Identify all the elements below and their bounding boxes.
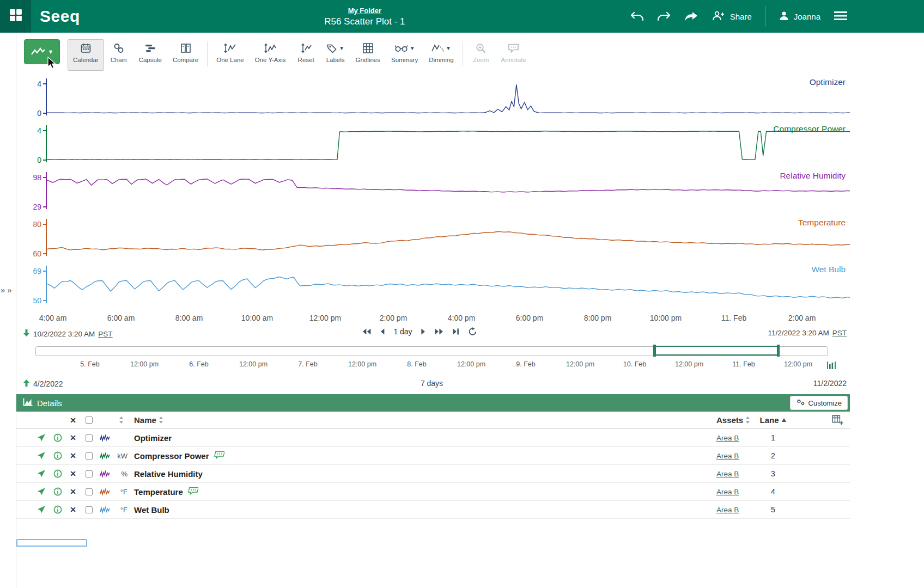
info-icon[interactable] (50, 469, 65, 478)
range-end-timezone-link[interactable]: PST (832, 329, 847, 337)
pin-icon[interactable] (33, 505, 50, 514)
undo-button[interactable] (630, 11, 644, 22)
sort-type-button[interactable] (112, 416, 130, 424)
column-header-lane[interactable]: Lane (756, 415, 790, 425)
asset-link[interactable]: Area B (704, 452, 739, 460)
row-checkbox[interactable] (86, 434, 93, 442)
range-start-timezone-link[interactable]: PST (98, 330, 112, 338)
comment-icon[interactable] (187, 487, 198, 497)
pin-icon[interactable] (33, 487, 50, 496)
breadcrumb[interactable]: My Folder (348, 7, 381, 15)
lane-signal-label: Optimizer (810, 77, 846, 87)
toolbar-button-trend[interactable]: ▼ (24, 39, 60, 64)
signal-name: Relative Humidity (130, 469, 704, 479)
lane-number: 5 (756, 505, 790, 514)
remove-icon[interactable]: ✕ (70, 505, 76, 514)
toolbar-button-capsule[interactable]: Capsule (133, 39, 167, 71)
toolbar-button-one-y-axis[interactable]: One Y-Axis (250, 39, 291, 71)
remove-icon[interactable]: ✕ (70, 469, 76, 478)
signal-name: Compressor Power (130, 451, 704, 461)
asset-link[interactable]: Area B (704, 488, 739, 496)
redo-button[interactable] (657, 11, 671, 22)
selection-right-handle[interactable] (777, 345, 780, 357)
pin-icon[interactable] (33, 469, 50, 478)
info-icon[interactable] (50, 433, 65, 442)
trend-lane-4[interactable]: 8060Temperature (16, 216, 850, 262)
info-icon[interactable] (50, 505, 65, 514)
comment-icon[interactable] (214, 451, 224, 461)
select-all-checkbox[interactable] (86, 416, 93, 424)
remove-icon[interactable]: ✕ (70, 487, 76, 496)
asset-link[interactable]: Area B (704, 470, 739, 478)
table-row-compressor-power[interactable]: ✕kWCompressor PowerArea B2 (16, 447, 850, 465)
step-back-button[interactable] (380, 328, 385, 335)
asset-link[interactable]: Area B (704, 506, 739, 514)
toolbar-button-compare[interactable]: Compare (167, 39, 204, 71)
step-to-end-button[interactable] (453, 328, 460, 335)
step-back-full-button[interactable] (362, 328, 371, 335)
table-row-wet-bulb[interactable]: ✕°FWet BulbArea B5 (16, 501, 850, 519)
column-header-name[interactable]: Name (130, 415, 704, 425)
apps-grid-button[interactable] (0, 0, 31, 33)
unit-label: kW (112, 452, 130, 460)
add-column-button[interactable] (790, 415, 850, 425)
toolbar-button-one-lane[interactable]: One Lane (211, 39, 250, 71)
step-size-label[interactable]: 1 day (393, 327, 412, 336)
toolbar-button-reset[interactable]: Reset (291, 39, 321, 71)
one-lane-icon (223, 42, 236, 54)
info-icon[interactable] (50, 487, 65, 496)
timeline-selected-window[interactable] (654, 346, 779, 356)
toolbar-button-gridlines[interactable]: Gridlines (350, 39, 386, 71)
signal-type-icon (97, 434, 112, 442)
toolbar-button-summary[interactable]: ▼Summary (386, 39, 423, 71)
selection-left-handle[interactable] (653, 345, 656, 357)
lane-number: 3 (756, 469, 790, 478)
x-axis-tick-label: 4:00 pm (448, 314, 476, 322)
column-header-assets[interactable]: Assets (704, 415, 756, 425)
timeline-histogram-icon[interactable] (827, 361, 836, 372)
hamburger-menu-button[interactable] (834, 10, 848, 23)
range-end-value: 11/2/2022 3:20 AM (768, 329, 829, 337)
signal-line (46, 169, 850, 216)
signal-line (46, 122, 850, 169)
trend-lane-2[interactable]: 40Compressor Power (16, 122, 850, 169)
shift-range-down-icon[interactable] (23, 329, 30, 339)
pin-icon[interactable] (33, 433, 50, 442)
table-row-optimizer[interactable]: ✕OptimizerArea B1 (16, 429, 850, 447)
toolbar-button-zoom: Zoom (466, 39, 496, 71)
capsule-icon (145, 42, 156, 54)
row-checkbox[interactable] (86, 488, 93, 495)
shift-range-up-icon[interactable] (23, 379, 30, 389)
asset-link[interactable]: Area B (704, 434, 739, 442)
toolbar-button-labels[interactable]: ▼Labels (321, 39, 350, 71)
forward-share-button[interactable] (684, 11, 698, 22)
toolbar-button-dimming[interactable]: ▼Dimming (423, 39, 459, 71)
pin-icon[interactable] (33, 451, 50, 460)
step-forward-button[interactable] (421, 328, 426, 335)
toolbar-button-calendar[interactable]: Calendar (68, 39, 104, 71)
user-menu[interactable]: Joanna (779, 10, 820, 23)
remove-icon[interactable]: ✕ (70, 451, 76, 460)
info-icon[interactable] (50, 451, 65, 460)
unit-label: °F (112, 488, 130, 496)
investigate-end-date: 11/2/2022 (813, 379, 847, 388)
trend-lane-1[interactable]: 40Optimizer (16, 75, 850, 122)
timeline-tick-label: 10. Feb (623, 360, 646, 368)
table-row-temperature[interactable]: ✕°FTemperatureArea B4 (16, 483, 850, 501)
trend-lane-5[interactable]: 6950Wet Bulb (16, 262, 850, 309)
expand-panel-button[interactable]: »» (1, 285, 14, 295)
share-button[interactable]: Share (712, 10, 752, 23)
toolbar-button-chain[interactable]: Chain (104, 39, 133, 71)
remove-icon[interactable]: ✕ (70, 433, 76, 442)
row-checkbox[interactable] (86, 470, 93, 477)
customize-button[interactable]: Customize (790, 396, 848, 410)
refresh-icon[interactable] (469, 327, 477, 336)
timeline-track[interactable] (35, 346, 828, 356)
x-axis-tick-label: 8:00 am (175, 314, 203, 322)
remove-all-button[interactable]: ✕ (70, 416, 76, 425)
row-checkbox[interactable] (86, 506, 93, 513)
step-forward-full-button[interactable] (435, 328, 444, 335)
row-checkbox[interactable] (86, 452, 93, 460)
trend-lane-3[interactable]: 9829Relative Humidity (16, 169, 850, 216)
table-row-relative-humidity[interactable]: ✕%Relative HumidityArea B3 (16, 465, 850, 483)
